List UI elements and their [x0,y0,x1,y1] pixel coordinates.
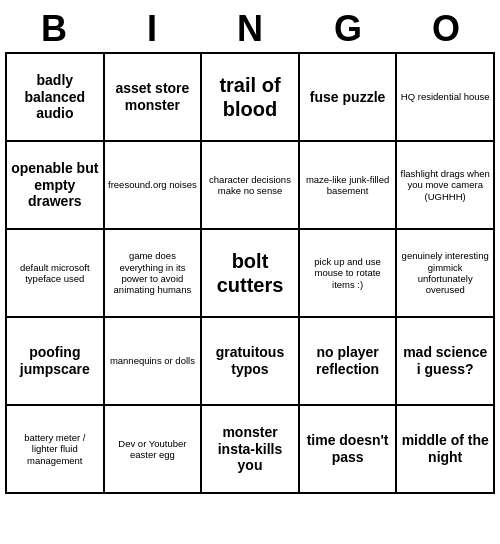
bingo-cell-20: battery meter / lighter fluid management [7,406,105,494]
cell-text-2: trail of blood [205,73,295,121]
cell-text-4: HQ residential house [401,91,490,102]
bingo-card: BINGO badly balanced audioasset store mo… [5,4,495,494]
bingo-grid: badly balanced audioasset store monstert… [5,52,495,494]
cell-text-3: fuse puzzle [310,89,385,106]
bingo-letter-o: O [402,8,490,50]
bingo-cell-10: default microsoft typeface used [7,230,105,318]
bingo-cell-22: monster insta-kills you [202,406,300,494]
bingo-cell-18: no player reflection [300,318,398,406]
cell-text-17: gratuitous typos [205,344,295,378]
bingo-letter-i: I [108,8,196,50]
cell-text-1: asset store monster [108,80,198,114]
cell-text-18: no player reflection [303,344,393,378]
cell-text-20: battery meter / lighter fluid management [10,432,100,466]
bingo-cell-24: middle of the night [397,406,495,494]
bingo-cell-15: poofing jumpscare [7,318,105,406]
bingo-cell-7: character decisions make no sense [202,142,300,230]
cell-text-13: pick up and use mouse to rotate items :) [303,256,393,290]
cell-text-12: bolt cutters [205,249,295,297]
bingo-cell-13: pick up and use mouse to rotate items :) [300,230,398,318]
bingo-cell-0: badly balanced audio [7,54,105,142]
bingo-cell-14: genuinely interesting gimmick unfortunat… [397,230,495,318]
cell-text-9: flashlight drags when you move camera (U… [400,168,490,202]
bingo-cell-11: game does everything in its power to avo… [105,230,203,318]
bingo-cell-17: gratuitous typos [202,318,300,406]
bingo-letter-g: G [304,8,392,50]
bingo-cell-9: flashlight drags when you move camera (U… [397,142,495,230]
cell-text-14: genuinely interesting gimmick unfortunat… [400,250,490,296]
cell-text-24: middle of the night [400,432,490,466]
cell-text-15: poofing jumpscare [10,344,100,378]
cell-text-0: badly balanced audio [10,72,100,122]
cell-text-7: character decisions make no sense [205,174,295,197]
bingo-cell-4: HQ residential house [397,54,495,142]
bingo-cell-6: freesound.org noises [105,142,203,230]
cell-text-21: Dev or Youtuber easter egg [108,438,198,461]
cell-text-23: time doesn't pass [303,432,393,466]
bingo-cell-3: fuse puzzle [300,54,398,142]
bingo-cell-12: bolt cutters [202,230,300,318]
bingo-letter-b: B [10,8,98,50]
bingo-letter-n: N [206,8,294,50]
bingo-cell-5: openable but empty drawers [7,142,105,230]
bingo-cell-16: mannequins or dolls [105,318,203,406]
cell-text-16: mannequins or dolls [110,355,195,366]
cell-text-8: maze-like junk-filled basement [303,174,393,197]
bingo-cell-23: time doesn't pass [300,406,398,494]
cell-text-5: openable but empty drawers [10,160,100,210]
bingo-header: BINGO [5,4,495,52]
bingo-cell-19: mad science i guess? [397,318,495,406]
bingo-cell-2: trail of blood [202,54,300,142]
cell-text-19: mad science i guess? [400,344,490,378]
cell-text-22: monster insta-kills you [205,424,295,474]
bingo-cell-1: asset store monster [105,54,203,142]
cell-text-10: default microsoft typeface used [10,262,100,285]
bingo-cell-8: maze-like junk-filled basement [300,142,398,230]
cell-text-6: freesound.org noises [108,179,197,190]
cell-text-11: game does everything in its power to avo… [108,250,198,296]
bingo-cell-21: Dev or Youtuber easter egg [105,406,203,494]
